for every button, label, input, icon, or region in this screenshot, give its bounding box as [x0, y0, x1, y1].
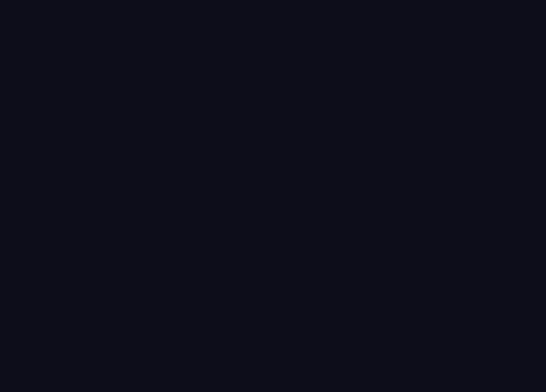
chart-container	[0, 0, 546, 392]
chart-canvas	[0, 0, 546, 392]
